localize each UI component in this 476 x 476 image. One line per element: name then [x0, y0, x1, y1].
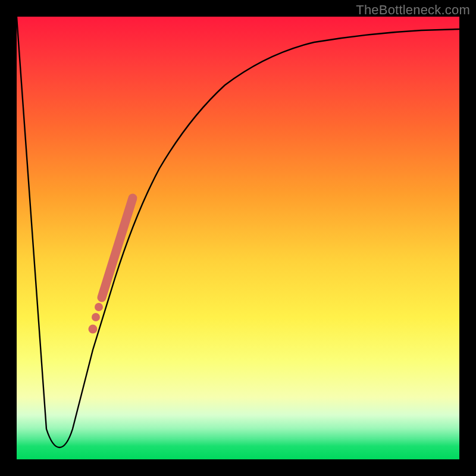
chart-frame: TheBottleneck.com: [0, 0, 476, 476]
plot-area: [17, 17, 459, 459]
highlight-segment: [102, 198, 133, 298]
bottleneck-curve: [17, 17, 459, 447]
highlight-dot: [95, 303, 103, 311]
curve-layer: [17, 17, 459, 459]
highlight-dot: [89, 325, 98, 334]
watermark-text: TheBottleneck.com: [356, 2, 470, 18]
highlight-dot: [92, 313, 100, 321]
